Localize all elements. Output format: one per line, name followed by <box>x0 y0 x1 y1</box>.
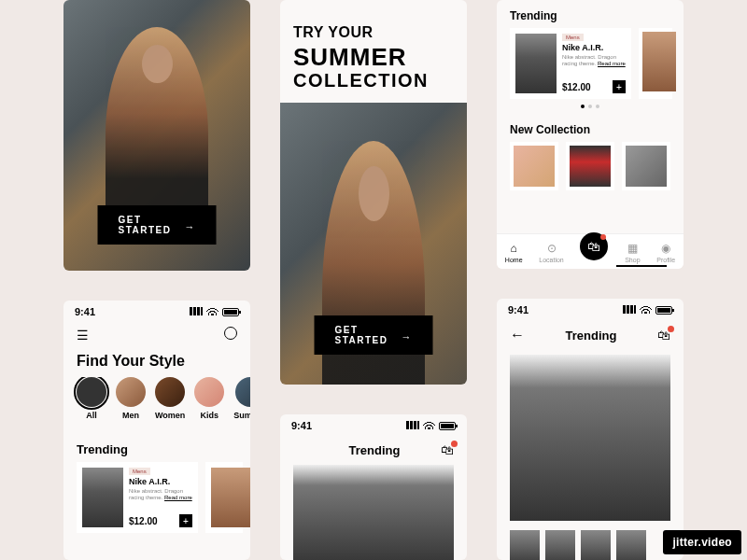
chip-avatar <box>155 377 185 407</box>
nav-fab-bag[interactable]: 🛍 <box>580 232 608 260</box>
collection-card[interactable] <box>510 142 558 190</box>
dot-2[interactable] <box>588 105 592 108</box>
signal-icon <box>190 306 203 317</box>
product-price: $12.00 <box>129 516 158 526</box>
collection-card[interactable] <box>566 142 614 190</box>
chip-women[interactable]: Women <box>155 377 185 420</box>
chip-avatar <box>235 377 250 407</box>
product-image-large <box>510 355 670 521</box>
screen-hero-2: TRY YOUR SUMMER COLLECTION GET STARTED <box>280 0 467 385</box>
wifi-icon <box>423 420 435 431</box>
product-card-next[interactable] <box>205 462 243 533</box>
trending-row: Mens Nike A.I.R. Nike abstract. Dragon r… <box>63 462 250 533</box>
status-icons <box>190 306 239 317</box>
product-name: Nike A.I.R. <box>129 477 192 486</box>
nav-profile[interactable]: ◉Profile <box>656 242 675 263</box>
chip-summer[interactable]: Summer <box>233 377 250 420</box>
search-icon[interactable] <box>224 327 237 343</box>
bag-icon: 🛍 <box>587 239 600 254</box>
watermark: jitter.video <box>663 530 741 554</box>
nav-label: Location <box>539 257 563 263</box>
category-chips: All Men Women Kids Summer <box>63 377 250 420</box>
screen-hero-1: GET STARTED <box>63 0 250 271</box>
cta-label: GET STARTED <box>335 325 388 345</box>
product-name: Nike A.I.R. <box>562 43 626 52</box>
product-image <box>642 32 676 91</box>
product-badge: Mens <box>562 34 584 41</box>
hamburger-icon[interactable] <box>77 327 89 343</box>
product-card[interactable]: Mens Nike A.I.R. Nike abstract. Dragon r… <box>77 462 198 533</box>
carousel-dots <box>497 99 684 114</box>
bag-icon[interactable]: 🛍 <box>441 442 454 457</box>
add-to-cart-button[interactable]: + <box>613 80 626 93</box>
chip-label: Men <box>122 411 139 420</box>
thumbnail[interactable] <box>616 530 646 560</box>
headline-line-1: TRY YOUR <box>293 24 429 41</box>
get-started-button[interactable]: GET STARTED <box>315 315 433 355</box>
screen-find-style: 9:41 Find Your Style All Men Women Kids … <box>63 301 250 560</box>
get-started-button[interactable]: GET STARTED <box>98 205 217 245</box>
product-info: Mens Nike A.I.R. Nike abstract. Dragon r… <box>129 468 192 527</box>
thumbnail[interactable] <box>545 530 575 560</box>
status-time: 9:41 <box>508 304 529 315</box>
chip-men[interactable]: Men <box>116 377 146 420</box>
thumbnail[interactable] <box>581 530 611 560</box>
nav-indicator <box>616 265 667 267</box>
product-image-large <box>293 465 454 560</box>
chip-label: Women <box>155 411 185 420</box>
arrow-right-icon <box>184 221 195 229</box>
wifi-icon <box>206 306 218 317</box>
battery-icon <box>222 308 239 316</box>
nav-label: Profile <box>656 257 675 263</box>
chip-avatar <box>77 377 106 407</box>
back-button[interactable] <box>510 327 525 343</box>
grid-icon: ▦ <box>627 242 638 255</box>
screen-product-detail: 9:41 Trending 🛍 <box>497 299 684 560</box>
read-more-link[interactable]: Read more <box>598 61 626 66</box>
chip-label: All <box>86 411 97 420</box>
cta-label: GET STARTED <box>119 215 172 235</box>
nav-location[interactable]: ⊙Location <box>539 242 563 263</box>
dot-1[interactable] <box>581 105 585 108</box>
chip-label: Summer <box>233 411 250 420</box>
status-bar: 9:41 <box>280 414 467 437</box>
page-title: Trending <box>349 443 401 457</box>
collection-image <box>570 146 611 187</box>
new-collection-title: New Collection <box>497 114 684 142</box>
product-info: Mens Nike A.I.R. Nike abstract. Dragon r… <box>562 34 626 93</box>
screen-product-top: 9:41 Trending 🛍 <box>280 414 467 560</box>
status-time: 9:41 <box>291 420 312 431</box>
page-title: Trending <box>566 329 617 343</box>
nav-label: Home <box>505 257 523 263</box>
product-desc: Nike abstract. Dragon racing theme. Read… <box>129 488 192 501</box>
product-card-next[interactable] <box>639 28 672 99</box>
chip-avatar <box>116 377 146 407</box>
nav-shop[interactable]: ▦Shop <box>625 242 640 263</box>
collection-image <box>514 146 555 187</box>
dot-3[interactable] <box>596 105 599 108</box>
header: Trending 🛍 <box>497 321 684 349</box>
new-collection-row <box>497 142 684 190</box>
status-icons <box>406 420 456 431</box>
profile-icon: ◉ <box>661 242 670 255</box>
chip-all[interactable]: All <box>77 377 106 420</box>
status-icons <box>623 304 672 315</box>
bag-icon[interactable]: 🛍 <box>657 328 670 343</box>
chip-kids[interactable]: Kids <box>194 377 224 420</box>
nav-home[interactable]: ⌂Home <box>505 242 523 263</box>
product-card[interactable]: Mens Nike A.I.R. Nike abstract. Dragon r… <box>510 28 631 99</box>
read-more-link[interactable]: Read more <box>164 495 192 500</box>
bottom-nav: ⌂Home ⊙Location 🛍 ▦Shop ◉Profile <box>497 233 684 269</box>
trending-title: Trending <box>497 0 684 28</box>
collection-image <box>626 146 667 187</box>
battery-icon <box>439 422 456 430</box>
headline-line-3: COLLECTION <box>293 70 429 91</box>
add-to-cart-button[interactable]: + <box>179 514 192 527</box>
product-image <box>82 468 123 527</box>
trending-row: Mens Nike A.I.R. Nike abstract. Dragon r… <box>497 28 684 99</box>
collection-card[interactable] <box>622 142 670 190</box>
home-icon: ⌂ <box>511 242 517 255</box>
thumbnail[interactable] <box>510 530 540 560</box>
status-time: 9:41 <box>75 306 95 317</box>
product-desc: Nike abstract. Dragon racing theme. Read… <box>562 54 626 67</box>
